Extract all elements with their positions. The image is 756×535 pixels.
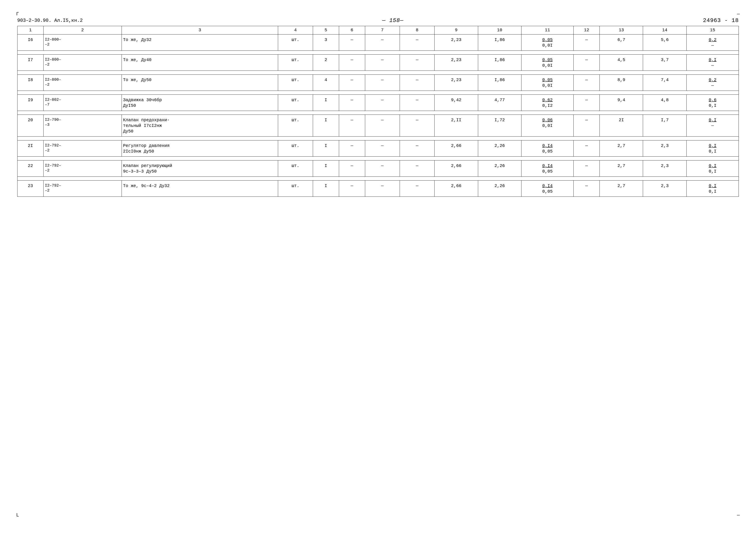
cell-code: I2–800––2 (43, 75, 122, 91)
table-row: I9I2–802––7Задвижка 30ч6бр ДуI50шт.I———9… (17, 95, 739, 111)
cell-9: 9,42 (434, 95, 478, 111)
cell-10: I,86 (478, 35, 522, 51)
cell-13: 4,5 (600, 55, 643, 71)
cell-unit: шт. (278, 181, 313, 197)
page: Г — L — 903–2–30.90. Ал.I5,кн.2 — 158— 2… (0, 0, 756, 535)
cell-6: — (339, 160, 365, 177)
cell-unit: шт. (278, 95, 313, 111)
cell-14: 5,6 (643, 35, 687, 51)
cell-14: 2,3 (643, 160, 687, 177)
cell-description: То же, Ду50 (122, 75, 278, 91)
cell-11: 0,I40,05 (522, 140, 574, 156)
cell-unit: шт. (278, 75, 313, 91)
cell-row-num: 2I (17, 140, 43, 156)
table-row: 20I2–790––3Клапан предохрани- тельный I7… (17, 115, 739, 137)
cell-code: I2–792––2 (43, 140, 122, 156)
header-left: 903–2–30.90. Ал.I5,кн.2 (17, 18, 83, 23)
cell-14: 3,7 (643, 55, 687, 71)
col-header-11: 11 (522, 26, 574, 35)
cell-row-num: I6 (17, 35, 43, 51)
cell-13: 2,7 (600, 160, 643, 177)
cell-11: 0,I40,05 (522, 160, 574, 177)
col-header-14: 14 (643, 26, 687, 35)
cell-7: — (365, 181, 400, 197)
cell-13: 2,7 (600, 181, 643, 197)
col-header-9: 9 (434, 26, 478, 35)
table-row: 22I2–792––2Клапан регулирующий 9с–3–3–3 … (17, 160, 739, 177)
cell-14: 4,8 (643, 95, 687, 111)
spacer-row (17, 91, 739, 95)
cell-11: 0,I40,05 (522, 181, 574, 197)
cell-8: — (400, 75, 434, 91)
cell-13: 9,4 (600, 95, 643, 111)
cell-8: — (400, 95, 434, 111)
cell-6: — (339, 75, 365, 91)
cell-code: I2–792––2 (43, 181, 122, 197)
cell-row-num: 20 (17, 115, 43, 137)
col-header-12: 12 (573, 26, 600, 35)
col-header-2: 2 (43, 26, 122, 35)
spacer-row (17, 111, 739, 115)
cell-13: 2,7 (600, 140, 643, 156)
col-header-5: 5 (313, 26, 339, 35)
cell-14: 2,3 (643, 181, 687, 197)
cell-6: — (339, 95, 365, 111)
col-header-7: 7 (365, 26, 400, 35)
cell-code: I2–790––3 (43, 115, 122, 137)
cell-15: 0,60,I (687, 95, 739, 111)
cell-row-num: I9 (17, 95, 43, 111)
cell-8: — (400, 181, 434, 197)
cell-qty: I (313, 160, 339, 177)
cell-code: I2–800––2 (43, 55, 122, 71)
main-table: 1 2 3 4 5 6 7 8 9 10 11 12 13 14 15 I6I2… (17, 26, 739, 197)
header-right: 24963 - 18 (703, 17, 739, 24)
cell-description: Клапан предохрани- тельный I7сI2нж Ду50 (122, 115, 278, 137)
header-row: 903–2–30.90. Ал.I5,кн.2 — 158— 24963 - 1… (17, 17, 739, 24)
cell-14: 7,4 (643, 75, 687, 91)
cell-unit: шт. (278, 140, 313, 156)
cell-unit: шт. (278, 55, 313, 71)
cell-11: 0,050,0I (522, 55, 574, 71)
corner-tr: — (737, 12, 740, 16)
cell-7: — (365, 75, 400, 91)
cell-15: 0,2— (687, 75, 739, 91)
col-header-3: 3 (122, 26, 278, 35)
col-header-6: 6 (339, 26, 365, 35)
table-row: 23I2–792––2То же, 9с–4–2 Ду32шт.I———2,66… (17, 181, 739, 197)
cell-8: — (400, 115, 434, 137)
cell-8: — (400, 160, 434, 177)
cell-9: 2,II (434, 115, 478, 137)
cell-code: I2–802––7 (43, 95, 122, 111)
cell-10: I,86 (478, 75, 522, 91)
cell-10: 2,26 (478, 140, 522, 156)
cell-10: I,72 (478, 115, 522, 137)
cell-10: I,86 (478, 55, 522, 71)
corner-br: — (737, 513, 740, 518)
table-row: I7I2–800––2То же, Ду40шт.2———2,23I,860,0… (17, 55, 739, 71)
cell-8: — (400, 55, 434, 71)
cell-9: 2,66 (434, 140, 478, 156)
cell-14: I,7 (643, 115, 687, 137)
cell-description: Задвижка 30ч6бр ДуI50 (122, 95, 278, 111)
header-center: — 158— (83, 17, 703, 24)
cell-unit: шт. (278, 35, 313, 51)
cell-9: 2,66 (434, 181, 478, 197)
cell-6: — (339, 55, 365, 71)
cell-7: — (365, 160, 400, 177)
cell-qty: I (313, 140, 339, 156)
cell-15: 0,I— (687, 115, 739, 137)
cell-8: — (400, 35, 434, 51)
col-header-10: 10 (478, 26, 522, 35)
cell-qty: 3 (313, 35, 339, 51)
cell-13: 8,9 (600, 75, 643, 91)
spacer-row (17, 156, 739, 160)
cell-row-num: I7 (17, 55, 43, 71)
cell-description: Клапан регулирующий 9с–3–3–3 Ду50 (122, 160, 278, 177)
cell-description: Регулятор давления 2IсI0нж Ду50 (122, 140, 278, 156)
cell-qty: 4 (313, 75, 339, 91)
col-header-13: 13 (600, 26, 643, 35)
cell-12: — (573, 95, 600, 111)
cell-11: 0,620,I2 (522, 95, 574, 111)
col-header-4: 4 (278, 26, 313, 35)
col-header-1: 1 (17, 26, 43, 35)
